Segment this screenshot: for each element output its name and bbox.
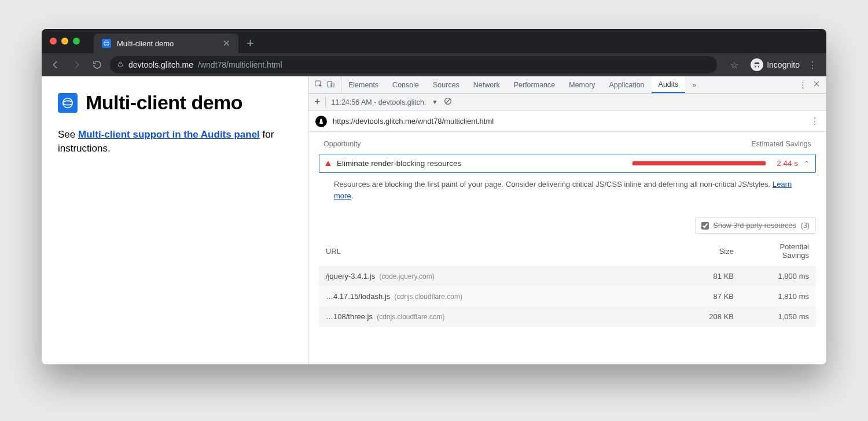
window-controls — [47, 29, 83, 53]
devtools-tabbar: Elements Console Sources Network Perform… — [308, 76, 826, 94]
browser-tab[interactable]: Multi-client demo ✕ — [94, 34, 238, 53]
tab-audits[interactable]: Audits — [652, 76, 686, 93]
url-path: /wndt78/multiclient.html — [198, 60, 282, 69]
table-row: …108/three.js (cdnjs.cloudflare.com) 208… — [319, 306, 816, 327]
warning-triangle-icon — [325, 161, 331, 166]
browser-menu-button[interactable]: ⋮ — [804, 57, 821, 73]
audit-menu-button[interactable]: ⋮ — [810, 116, 819, 127]
tab-elements[interactable]: Elements — [341, 76, 385, 93]
new-tab-button[interactable]: + — [247, 34, 254, 53]
header-size: Size — [670, 247, 734, 256]
row-savings: 1,800 ms — [734, 272, 809, 280]
third-party-toggle[interactable]: Show 3rd-party resources (3) — [695, 217, 816, 234]
device-toolbar-icon[interactable] — [326, 80, 335, 90]
svg-point-3 — [63, 98, 73, 108]
opportunity-description: Resources are blocking the first paint o… — [319, 173, 816, 209]
svg-point-1 — [104, 42, 109, 45]
tab-favicon-icon — [102, 39, 111, 48]
audit-run-dropdown-icon[interactable]: ▼ — [432, 99, 438, 105]
window-zoom-button[interactable] — [73, 38, 80, 45]
bookmark-button[interactable]: ☆ — [726, 57, 742, 73]
third-party-count: (3) — [801, 221, 810, 230]
page-intro: See Multi-client support in the Audits p… — [58, 128, 292, 156]
col-est-savings: Estimated Savings — [751, 140, 811, 148]
window-close-button[interactable] — [50, 38, 57, 45]
tab-console[interactable]: Console — [385, 76, 426, 93]
tab-memory[interactable]: Memory — [562, 76, 602, 93]
row-path: …4.17.15/lodash.js — [326, 292, 390, 301]
tab-performance[interactable]: Performance — [507, 76, 562, 93]
table-row: …4.17.15/lodash.js (cdnjs.cloudflare.com… — [319, 286, 816, 306]
incognito-icon — [751, 58, 763, 71]
browser-toolbar: devtools.glitch.me/wndt78/multiclient.ht… — [42, 53, 826, 76]
opportunity-item[interactable]: Eliminate render-blocking resources 2.44… — [319, 154, 816, 173]
row-host: (code.jquery.com) — [380, 272, 435, 280]
intro-link[interactable]: Multi-client support in the Audits panel — [78, 129, 260, 140]
nav-forward-button[interactable] — [68, 57, 84, 73]
page-heading: Multi-client demo — [58, 91, 292, 114]
audits-toolbar: + 11:24:56 AM - devtools.glitch. ▼ — [308, 94, 826, 111]
audit-url: https://devtools.glitch.me/wndt78/multic… — [333, 117, 494, 125]
window-minimize-button[interactable] — [61, 38, 68, 45]
row-size: 208 KB — [670, 312, 734, 321]
header-savings: Potential Savings — [734, 243, 809, 260]
tab-sources[interactable]: Sources — [426, 76, 466, 93]
svg-line-11 — [446, 99, 450, 104]
savings-value: 2.44 s — [771, 159, 798, 168]
row-savings: 1,810 ms — [734, 292, 809, 301]
titlebar: Multi-client demo ✕ + — [42, 29, 826, 53]
svg-point-4 — [63, 101, 73, 105]
row-size: 81 KB — [670, 272, 734, 280]
row-path: /jquery-3.4.1.js — [326, 272, 375, 280]
tab-close-button[interactable]: ✕ — [223, 38, 230, 49]
audit-url-row: https://devtools.glitch.me/wndt78/multic… — [308, 111, 826, 132]
tab-application[interactable]: Application — [602, 76, 651, 93]
resources-table: URL Size Potential Savings /jquery-3.4.1… — [319, 237, 816, 327]
row-savings: 1,050 ms — [734, 312, 809, 321]
content-area: Multi-client demo See Multi-client suppo… — [42, 76, 826, 364]
svg-point-0 — [104, 41, 109, 46]
audit-body: Opportunity Estimated Savings Eliminate … — [308, 132, 826, 364]
inspect-element-icon[interactable] — [314, 80, 323, 90]
devtools-panel: Elements Console Sources Network Perform… — [308, 76, 826, 364]
header-url: URL — [326, 247, 670, 256]
webpage: Multi-client demo See Multi-client suppo… — [42, 76, 308, 364]
svg-rect-2 — [119, 64, 123, 67]
col-opportunity: Opportunity — [323, 140, 361, 148]
tab-title: Multi-client demo — [117, 39, 174, 48]
browser-window: Multi-client demo ✕ + devtools.glitch.me… — [42, 29, 826, 364]
row-host: (cdnjs.cloudflare.com) — [377, 313, 444, 321]
tab-network[interactable]: Network — [466, 76, 507, 93]
page-logo-icon — [58, 93, 78, 113]
incognito-label: Incognito — [767, 60, 800, 69]
incognito-indicator: Incognito — [751, 58, 800, 71]
opp-desc-period: . — [351, 191, 354, 200]
third-party-checkbox[interactable] — [701, 222, 709, 230]
devtools-settings-button[interactable]: ⋮ — [799, 80, 807, 89]
devtools-close-button[interactable] — [812, 80, 821, 90]
row-path: …108/three.js — [326, 312, 373, 321]
row-host: (cdnjs.cloudflare.com) — [395, 293, 462, 301]
intro-prefix: See — [58, 129, 78, 140]
opportunity-header: Opportunity Estimated Savings — [319, 136, 816, 154]
savings-bar — [632, 161, 766, 165]
table-header: URL Size Potential Savings — [319, 237, 816, 266]
page-heading-text: Multi-client demo — [86, 91, 242, 114]
audit-run-label[interactable]: 11:24:56 AM - devtools.glitch. — [332, 98, 426, 106]
table-row: /jquery-3.4.1.js (code.jquery.com) 81 KB… — [319, 266, 816, 286]
row-size: 87 KB — [670, 292, 734, 301]
chevron-up-icon[interactable]: ⌃ — [804, 160, 810, 168]
clear-audits-button[interactable] — [443, 97, 453, 108]
url-host: devtools.glitch.me — [128, 60, 193, 69]
tab-overflow-button[interactable]: » — [685, 76, 703, 93]
new-audit-button[interactable]: + — [314, 96, 326, 108]
address-bar[interactable]: devtools.glitch.me/wndt78/multiclient.ht… — [110, 56, 717, 73]
nav-back-button[interactable] — [47, 57, 64, 73]
lighthouse-icon — [315, 116, 327, 127]
lock-icon — [117, 60, 124, 69]
reload-button[interactable] — [89, 57, 105, 73]
opp-desc-text: Resources are blocking the first paint o… — [334, 180, 773, 189]
opportunity-title: Eliminate render-blocking resources — [337, 159, 461, 168]
third-party-label: Show 3rd-party resources — [713, 221, 796, 230]
